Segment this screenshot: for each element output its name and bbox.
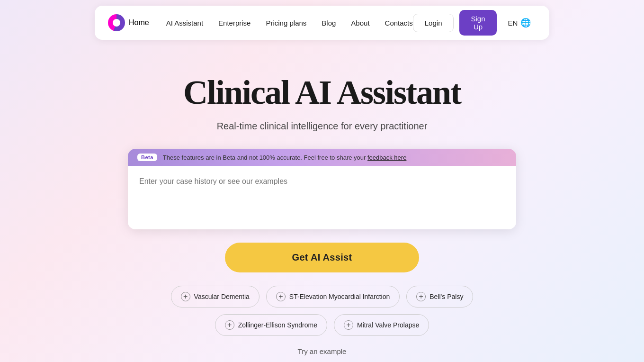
nav-item-pricing[interactable]: Pricing plans: [266, 19, 306, 27]
hero-title: Clinical AI Assistant: [183, 74, 461, 111]
chip-plus-icon: +: [344, 320, 353, 330]
globe-icon: 🌐: [520, 18, 531, 28]
chip-label-st-elevation: ST-Elevation Myocardial Infarction: [289, 293, 390, 300]
beta-bar: Beta These features are in Beta and not …: [128, 149, 516, 166]
chip-plus-icon: +: [181, 292, 190, 301]
logo-home-label: Home: [129, 18, 149, 27]
case-history-input[interactable]: [128, 166, 516, 227]
logo-icon: [108, 14, 125, 31]
chip-label-bells-palsy: Bell's Palsy: [429, 293, 463, 300]
login-button[interactable]: Login: [413, 14, 454, 32]
chip-st-elevation[interactable]: + ST-Elevation Myocardial Infarction: [266, 286, 400, 308]
chip-plus-icon: +: [416, 292, 426, 301]
nav-item-contacts[interactable]: Contacts: [385, 19, 413, 27]
hero-subtitle: Real-time clinical intelligence for ever…: [217, 121, 428, 132]
nav-right: Login Sign Up EN 🌐: [413, 10, 537, 36]
feedback-link[interactable]: feedback here: [367, 154, 406, 161]
lang-label: EN: [508, 19, 518, 27]
chip-mitral-valve[interactable]: + Mitral Valve Prolapse: [334, 314, 429, 336]
nav-item-blog[interactable]: Blog: [322, 19, 336, 27]
chip-label-mitral-valve: Mitral Valve Prolapse: [357, 321, 419, 329]
example-chips-row1: + Vascular Dementia + ST-Elevation Myoca…: [128, 286, 516, 308]
chip-bells-palsy[interactable]: + Bell's Palsy: [406, 286, 473, 308]
get-ai-assist-button[interactable]: Get AI Assist: [225, 243, 419, 272]
navbar: Home AI Assistant Enterprise Pricing pla…: [95, 6, 549, 40]
chip-label-vascular-dementia: Vascular Dementia: [194, 293, 250, 300]
logo[interactable]: Home: [108, 14, 149, 31]
nav-links: AI Assistant Enterprise Pricing plans Bl…: [166, 19, 413, 27]
beta-badge: Beta: [137, 154, 157, 161]
nav-item-enterprise[interactable]: Enterprise: [218, 19, 250, 27]
chip-vascular-dementia[interactable]: + Vascular Dementia: [171, 286, 259, 308]
hero-section: Clinical AI Assistant Real-time clinical…: [0, 45, 644, 355]
signup-button[interactable]: Sign Up: [459, 10, 496, 36]
nav-item-about[interactable]: About: [351, 19, 369, 27]
beta-message: These features are in Beta and not 100% …: [163, 154, 407, 161]
nav-item-ai-assistant[interactable]: AI Assistant: [166, 19, 203, 27]
chip-zollinger-ellison[interactable]: + Zollinger-Ellison Syndrome: [215, 314, 327, 336]
input-card: Beta These features are in Beta and not …: [128, 149, 516, 229]
input-area: [128, 166, 516, 229]
chip-plus-icon: +: [225, 320, 234, 330]
language-button[interactable]: EN 🌐: [502, 14, 537, 32]
try-example-label: Try an example: [298, 347, 347, 355]
chip-plus-icon: +: [276, 292, 286, 301]
example-chips-row2: + Zollinger-Ellison Syndrome + Mitral Va…: [215, 314, 429, 336]
chip-label-zollinger-ellison: Zollinger-Ellison Syndrome: [238, 321, 317, 329]
